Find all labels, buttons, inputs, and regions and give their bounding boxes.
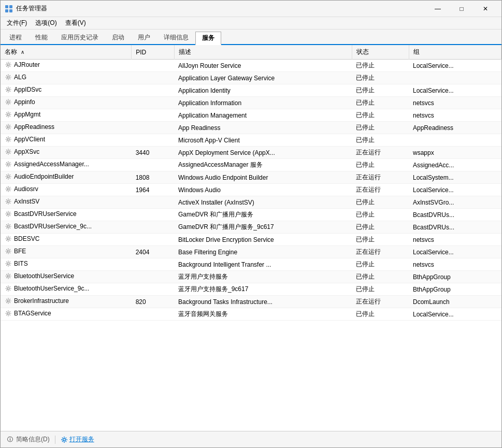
gear-icon bbox=[5, 173, 12, 180]
service-group: AppReadiness bbox=[409, 122, 501, 134]
col-header-group[interactable]: 组 bbox=[409, 45, 501, 60]
tab-startup[interactable]: 启动 bbox=[105, 31, 131, 44]
service-name-cell: AppReadiness bbox=[5, 123, 54, 131]
table-row[interactable]: AppMgmt Application Management已停止netsvcs bbox=[1, 109, 501, 122]
gear-icon bbox=[5, 74, 12, 81]
service-desc: Microsoft App-V Client bbox=[174, 134, 352, 147]
svg-point-23 bbox=[7, 300, 9, 302]
service-status: 已停止 bbox=[352, 159, 409, 171]
service-status: 已停止 bbox=[352, 196, 409, 209]
sort-arrow-name: ∧ bbox=[21, 49, 24, 55]
tab-users[interactable]: 用户 bbox=[131, 31, 157, 44]
table-row[interactable]: Appinfo Application Information已停止netsvc… bbox=[1, 97, 501, 109]
service-desc: 蓝牙用户支持服务_9c617 bbox=[174, 283, 352, 296]
title-bar-controls: — □ ✕ bbox=[426, 4, 497, 14]
service-pid: 820 bbox=[132, 296, 174, 308]
service-name-cell: BITS bbox=[5, 260, 28, 267]
svg-point-19 bbox=[7, 250, 9, 252]
table-header-row: 名称 ∧ PID 描述 状态 组 bbox=[1, 45, 501, 60]
footer-info-text[interactable]: 简略信息(D) bbox=[16, 435, 50, 444]
service-name: BDESVC bbox=[14, 235, 39, 242]
service-name-cell: BluetoothUserService bbox=[5, 272, 74, 280]
tab-performance[interactable]: 性能 bbox=[28, 31, 54, 44]
menu-bar: 文件(F) 选项(O) 查看(V) bbox=[1, 17, 501, 30]
gear-icon bbox=[5, 198, 12, 205]
open-services-link[interactable]: 打开服务 bbox=[69, 435, 94, 444]
service-pid bbox=[132, 308, 174, 321]
table-row[interactable]: AJRouter AllJoyn Router Service已停止LocalS… bbox=[1, 60, 501, 72]
menu-file[interactable]: 文件(F) bbox=[3, 18, 31, 28]
table-row[interactable]: AppXSvc 3440AppX Deployment Service (App… bbox=[1, 147, 501, 159]
service-desc: GameDVR 和广播用户服务_9c617 bbox=[174, 221, 352, 234]
service-pid bbox=[132, 109, 174, 122]
menu-options[interactable]: 选项(O) bbox=[31, 18, 61, 28]
gear-icon-footer bbox=[61, 436, 68, 443]
service-name: AssignedAccessManager... bbox=[14, 161, 89, 168]
service-name: Audiosrv bbox=[14, 185, 38, 193]
service-desc: Windows Audio bbox=[174, 184, 352, 196]
table-row[interactable]: AxInstSV ActiveX Installer (AxInstSV)已停止… bbox=[1, 196, 501, 209]
svg-point-10 bbox=[7, 138, 9, 140]
table-row[interactable]: BcastDVRUserService GameDVR 和广播用户服务已停止Bc… bbox=[1, 209, 501, 221]
service-desc: GameDVR 和广播用户服务 bbox=[174, 209, 352, 221]
service-desc: Application Layer Gateway Service bbox=[174, 72, 352, 84]
gear-icon bbox=[5, 285, 12, 292]
table-row[interactable]: BDESVC BitLocker Drive Encryption Servic… bbox=[1, 234, 501, 246]
service-desc: Base Filtering Engine bbox=[174, 246, 352, 258]
col-header-pid[interactable]: PID bbox=[132, 45, 174, 60]
service-status: 已停止 bbox=[352, 308, 409, 321]
gear-icon bbox=[5, 260, 12, 267]
service-name: BrokerInfrastructure bbox=[14, 297, 69, 305]
tab-services[interactable]: 服务 bbox=[195, 32, 221, 45]
service-name-cell: AppMgmt bbox=[5, 111, 40, 118]
service-status: 已停止 bbox=[352, 283, 409, 296]
service-pid: 1808 bbox=[132, 171, 174, 184]
services-table-container[interactable]: 名称 ∧ PID 描述 状态 组 AJRouter AllJoyn Router… bbox=[1, 45, 501, 431]
minimize-button[interactable]: — bbox=[426, 4, 450, 14]
table-row[interactable]: BluetoothUserService 蓝牙用户支持服务已停止BthAppGr… bbox=[1, 271, 501, 283]
service-desc: ActiveX Installer (AxInstSV) bbox=[174, 196, 352, 209]
service-desc: AppX Deployment Service (AppX... bbox=[174, 147, 352, 159]
maximize-button[interactable]: □ bbox=[450, 4, 474, 14]
service-name-cell: ALG bbox=[5, 74, 26, 81]
col-header-status[interactable]: 状态 bbox=[352, 45, 409, 60]
svg-rect-2 bbox=[5, 9, 8, 12]
close-button[interactable]: ✕ bbox=[474, 4, 497, 14]
gear-icon bbox=[5, 235, 12, 242]
service-pid bbox=[132, 196, 174, 209]
table-row[interactable]: AppIDSvc Application Identity已停止LocalSer… bbox=[1, 84, 501, 97]
col-header-name[interactable]: 名称 ∧ bbox=[1, 45, 132, 60]
svg-point-4 bbox=[7, 64, 9, 66]
service-desc: 蓝牙音频网关服务 bbox=[174, 308, 352, 321]
tab-details[interactable]: 详细信息 bbox=[157, 31, 195, 44]
service-status: 已停止 bbox=[352, 97, 409, 109]
menu-view[interactable]: 查看(V) bbox=[61, 18, 90, 28]
table-row[interactable]: AppVClient Microsoft App-V Client已停止 bbox=[1, 134, 501, 147]
task-manager-window: 任务管理器 — □ ✕ 文件(F) 选项(O) 查看(V) 进程 性能 应用历史… bbox=[0, 0, 502, 448]
footer-separator bbox=[55, 436, 55, 444]
table-row[interactable]: Audiosrv 1964Windows Audio正在运行LocalServi… bbox=[1, 184, 501, 196]
service-desc: AssignedAccessManager 服务 bbox=[174, 159, 352, 171]
table-row[interactable]: BrokerInfrastructure 820Background Tasks… bbox=[1, 296, 501, 308]
table-row[interactable]: BTAGService 蓝牙音频网关服务已停止LocalService... bbox=[1, 308, 501, 321]
table-row[interactable]: AppReadiness App Readiness已停止AppReadines… bbox=[1, 122, 501, 134]
tab-app-history[interactable]: 应用历史记录 bbox=[54, 31, 105, 44]
table-row[interactable]: BcastDVRUserService_9c... GameDVR 和广播用户服… bbox=[1, 221, 501, 234]
gear-icon bbox=[5, 148, 12, 155]
table-row[interactable]: AudioEndpointBuilder 1808Windows Audio E… bbox=[1, 171, 501, 184]
service-pid bbox=[132, 97, 174, 109]
table-row[interactable]: BFE 2404Base Filtering Engine正在运行LocalSe… bbox=[1, 246, 501, 258]
service-pid bbox=[132, 283, 174, 296]
service-pid bbox=[132, 234, 174, 246]
svg-point-21 bbox=[7, 275, 9, 277]
table-row[interactable]: BITS Background Intelligent Transfer ...… bbox=[1, 258, 501, 271]
col-header-desc[interactable]: 描述 bbox=[174, 45, 352, 60]
table-row[interactable]: AssignedAccessManager... AssignedAccessM… bbox=[1, 159, 501, 171]
service-group bbox=[409, 134, 501, 147]
table-row[interactable]: ALG Application Layer Gateway Service已停止 bbox=[1, 72, 501, 84]
table-row[interactable]: BluetoothUserService_9c... 蓝牙用户支持服务_9c61… bbox=[1, 283, 501, 296]
tab-process[interactable]: 进程 bbox=[3, 31, 28, 44]
svg-point-25 bbox=[63, 438, 65, 441]
title-text: 任务管理器 bbox=[16, 4, 47, 13]
service-name: BcastDVRUserService_9c... bbox=[14, 223, 92, 230]
